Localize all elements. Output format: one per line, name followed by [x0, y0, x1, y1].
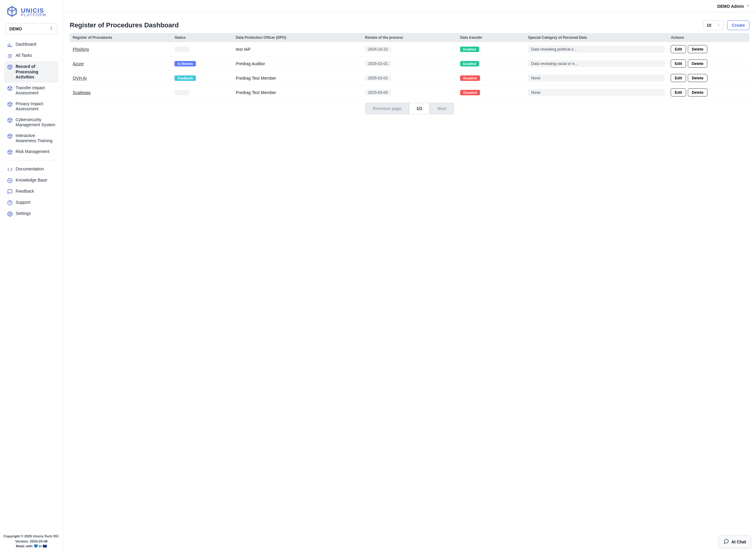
sidebar-item-record-of-processing-activities[interactable]: Record of Processing Activities	[4, 61, 59, 83]
delete-button[interactable]: Delete	[688, 74, 707, 82]
edit-button[interactable]: Edit	[671, 45, 686, 53]
cube-icon	[7, 149, 13, 155]
transfer-badge: Enabled	[460, 61, 479, 66]
chart-icon	[7, 42, 13, 48]
sidebar-item-label: Privacy Impact Assessment	[16, 101, 56, 112]
sidebar-item-label: Support	[16, 200, 30, 205]
procedure-link[interactable]: Azure	[73, 61, 84, 66]
edit-button[interactable]: Edit	[671, 74, 686, 82]
sidebar-item-label: All Tasks	[16, 53, 32, 58]
sidebar-item-label: Risk Management	[16, 149, 50, 154]
review-date: 2024-10-22	[365, 46, 391, 52]
chevron-updown-icon	[717, 23, 720, 28]
sidebar-item-risk-management[interactable]: Risk Management	[4, 146, 59, 157]
pagination: Previous page 1/1 Next	[70, 103, 749, 114]
dpo-cell: test IAP	[233, 42, 362, 57]
transfer-badge: Disabled	[460, 90, 480, 95]
prev-page-button[interactable]: Previous page	[365, 103, 409, 114]
sidebar-item-label: Transfer Impact Assessment	[16, 85, 56, 96]
user-name: DEMO Admin	[717, 4, 744, 9]
sidebar-item-dashboard[interactable]: Dashboard	[4, 39, 59, 50]
sidebar-item-cybersecurity-management-system[interactable]: Cybersecurity Management System	[4, 114, 59, 131]
footer-copyright: Copyright © 2025 Unicis.Tech OÜ.	[3, 534, 60, 539]
sidebar-item-transfer-impact-assessment[interactable]: Transfer Impact Assessment	[4, 83, 59, 98]
status-badge: In Review	[175, 61, 196, 66]
sidebar-item-label: Interactive Awareness Training	[16, 133, 56, 144]
chevron-down-icon	[746, 4, 750, 9]
settings-icon	[7, 211, 13, 217]
sidebar-item-knowledge-base[interactable]: Knowledge Base	[4, 175, 59, 186]
special-category: Data revealing political o...	[528, 46, 665, 53]
feedback-icon	[7, 189, 13, 194]
column-header: Data transfer	[457, 33, 525, 42]
special-category: Data revealing racial or e...	[528, 60, 665, 67]
page-size-select[interactable]: 10	[703, 20, 724, 30]
column-header: Special Category of Personal Data	[525, 33, 668, 42]
edit-button[interactable]: Edit	[671, 88, 686, 96]
footer-version: Version: 2024-25-08	[3, 539, 60, 544]
dpo-cell: Predrag Test Member	[233, 71, 362, 85]
team-selector-label: DEMO	[9, 26, 22, 31]
sidebar-item-interactive-awareness-training[interactable]: Interactive Awareness Training	[4, 131, 59, 146]
content: Register of Procedures Dashboard 10 Crea…	[63, 13, 756, 553]
chevron-updown-icon	[49, 26, 54, 31]
procedures-table: Register of ProceduresStatusData Protect…	[70, 33, 749, 100]
sidebar-item-privacy-impact-assessment[interactable]: Privacy Impact Assessment	[4, 98, 59, 114]
column-header: Actions	[668, 33, 749, 42]
edit-button[interactable]: Edit	[671, 60, 686, 68]
heart-icon: 💙	[34, 544, 38, 548]
topbar: DEMO Admin	[63, 0, 756, 13]
nav: DashboardAll TasksRecord of Processing A…	[0, 39, 63, 532]
page-header: Register of Procedures Dashboard 10 Crea…	[70, 20, 749, 30]
cube-icon	[7, 64, 13, 70]
delete-button[interactable]: Delete	[688, 88, 707, 96]
dpo-cell: Predrag Test Member	[233, 85, 362, 100]
cube-icon	[7, 101, 13, 107]
logo-icon	[6, 6, 18, 19]
special-category: None	[528, 75, 665, 81]
status-badge: To Do	[175, 90, 190, 95]
user-menu[interactable]: DEMO Admin	[717, 4, 750, 9]
sidebar-item-label: Knowledge Base	[16, 178, 47, 183]
sidebar-item-label: Documentation	[16, 166, 44, 172]
cube-icon	[7, 117, 13, 123]
ai-chat-button[interactable]: AI Chat	[719, 535, 751, 548]
ai-chat-label: AI Chat	[731, 540, 746, 544]
chat-icon	[724, 539, 729, 545]
delete-button[interactable]: Delete	[688, 60, 707, 68]
footer: Copyright © 2025 Unicis.Tech OÜ. Version…	[0, 532, 63, 553]
code-icon	[7, 167, 13, 172]
kb-icon	[7, 178, 13, 183]
table-row: OVH AIFeedbackPredrag Test Member2025-02…	[70, 71, 749, 85]
svg-point-5	[9, 213, 11, 215]
column-header: Review of the process	[362, 33, 457, 42]
sidebar-item-feedback[interactable]: Feedback	[4, 186, 59, 197]
sidebar-item-label: Feedback	[16, 189, 34, 194]
next-page-button[interactable]: Next	[430, 103, 454, 114]
logo[interactable]: UNICIS PLATFORM	[0, 0, 63, 23]
transfer-badge: Enabled	[460, 47, 479, 52]
create-button[interactable]: Create	[727, 20, 749, 30]
column-header: Data Protection Officer (DPO)	[233, 33, 362, 42]
sidebar: UNICIS PLATFORM DEMO DashboardAll TasksR…	[0, 0, 63, 553]
sidebar-item-settings[interactable]: Settings	[4, 208, 59, 219]
sidebar-item-documentation[interactable]: Documentation	[4, 164, 59, 175]
procedure-link[interactable]: OVH AI	[73, 76, 87, 81]
status-badge: To Do	[175, 47, 190, 52]
sidebar-item-all-tasks[interactable]: All Tasks	[4, 50, 59, 61]
table-row: ScalewayTo DoPredrag Test Member2025-03-…	[70, 85, 749, 100]
page-indicator: 1/1	[409, 103, 430, 114]
procedure-link[interactable]: Phishing	[73, 47, 89, 52]
sidebar-item-label: Dashboard	[16, 42, 36, 47]
team-selector[interactable]: DEMO	[5, 23, 57, 34]
status-badge: Feedback	[175, 75, 196, 81]
delete-button[interactable]: Delete	[688, 45, 707, 53]
sidebar-item-label: Settings	[16, 211, 31, 216]
page-title: Register of Procedures Dashboard	[70, 21, 179, 29]
procedure-link[interactable]: Scaleway	[73, 90, 91, 95]
main: DEMO Admin Register of Procedures Dashbo…	[63, 0, 756, 553]
column-header: Status	[172, 33, 233, 42]
tasks-icon	[7, 53, 13, 59]
nav-divider	[5, 160, 57, 161]
sidebar-item-support[interactable]: Support	[4, 197, 59, 208]
